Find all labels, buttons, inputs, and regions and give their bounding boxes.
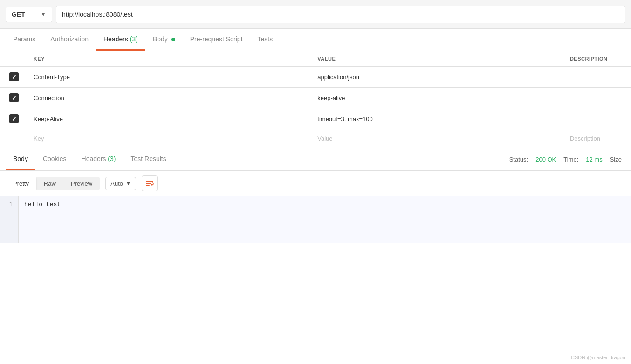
tab-tests[interactable]: Tests (250, 29, 281, 51)
request-tabs: Params Authorization Headers (3) Body Pr… (0, 29, 631, 51)
svg-rect-0 (146, 181, 153, 182)
url-input[interactable] (56, 6, 625, 23)
line-number-1: 1 (6, 201, 13, 208)
wrap-button[interactable] (142, 175, 158, 191)
row3-key[interactable]: Keep-Alive (28, 108, 312, 129)
tab-body[interactable]: Body (145, 29, 183, 51)
row1-value[interactable]: application/json (312, 67, 564, 88)
col-header-value: VALUE (312, 51, 564, 67)
row2-checkbox[interactable]: ✓ (9, 93, 19, 102)
method-label: GET (12, 11, 25, 18)
col-header-key: KEY (28, 51, 312, 67)
tab-params[interactable]: Params (6, 29, 43, 51)
svg-rect-2 (146, 185, 150, 186)
row3-value[interactable]: timeout=3, max=100 (312, 108, 564, 129)
tab-response-cookies[interactable]: Cookies (35, 148, 74, 170)
row2-description[interactable] (564, 88, 631, 108)
table-row-placeholder: Key Value Description (0, 129, 631, 148)
status-value: 200 OK (535, 156, 556, 163)
row1-description[interactable] (564, 67, 631, 88)
tab-authorization[interactable]: Authorization (43, 29, 96, 51)
placeholder-value[interactable]: Value (312, 129, 564, 148)
code-area: 1 hello test (0, 196, 631, 243)
col-header-checkbox (0, 51, 28, 67)
table-row: ✓ Content-Type application/json (0, 67, 631, 88)
row3-checkbox[interactable]: ✓ (9, 114, 19, 123)
auto-select[interactable]: Auto ▼ (105, 177, 136, 190)
row2-checkbox-cell: ✓ (6, 93, 22, 102)
headers-section: KEY VALUE DESCRIPTION ✓ Content-Type app… (0, 51, 631, 148)
tab-body-dot (171, 38, 175, 41)
row1-checkbox-cell: ✓ (6, 72, 22, 81)
format-btn-pretty[interactable]: Pretty (6, 177, 36, 190)
code-content[interactable]: hello test (19, 196, 631, 243)
row2-value[interactable]: keep-alive (312, 88, 564, 108)
format-btn-group: Pretty Raw Preview (6, 177, 100, 190)
auto-label: Auto (110, 180, 123, 187)
row2-key[interactable]: Connection (28, 88, 312, 108)
tab-pre-request-script[interactable]: Pre-request Script (183, 29, 250, 51)
tab-body-label: Body (153, 35, 168, 43)
response-status-bar: Status: 200 OK Time: 12 ms Size (509, 156, 625, 163)
table-row: ✓ Keep-Alive timeout=3, max=100 (0, 108, 631, 129)
response-section: Body Cookies Headers (3) Test Results St… (0, 148, 631, 243)
placeholder-key[interactable]: Key (28, 129, 312, 148)
col-header-description: DESCRIPTION (564, 51, 631, 67)
time-value: 12 ms (586, 156, 602, 163)
tab-test-results[interactable]: Test Results (123, 148, 173, 170)
row3-checkmark: ✓ (12, 115, 17, 122)
row1-checkmark: ✓ (12, 74, 17, 81)
placeholder-description[interactable]: Description (564, 129, 631, 148)
line-numbers: 1 (0, 196, 19, 243)
format-btn-preview[interactable]: Preview (63, 177, 100, 190)
url-bar: GET ▼ (0, 0, 631, 29)
tab-response-headers-label: Headers (82, 155, 106, 162)
row3-checkbox-cell: ✓ (6, 114, 22, 123)
tab-response-headers-badge: (3) (108, 155, 116, 162)
response-tabs: Body Cookies Headers (3) Test Results St… (0, 148, 631, 171)
tab-response-body[interactable]: Body (6, 148, 35, 170)
svg-rect-1 (146, 183, 151, 184)
row2-checkmark: ✓ (12, 94, 17, 101)
headers-table: KEY VALUE DESCRIPTION ✓ Content-Type app… (0, 51, 631, 148)
tab-headers[interactable]: Headers (3) (96, 29, 145, 51)
method-select[interactable]: GET ▼ (6, 7, 52, 22)
table-row: ✓ Connection keep-alive (0, 88, 631, 108)
size-label: Size (610, 156, 622, 163)
tab-headers-badge: (3) (130, 35, 138, 43)
tab-headers-label: Headers (103, 35, 128, 43)
wrap-icon (145, 179, 154, 188)
tab-response-headers[interactable]: Headers (3) (74, 148, 123, 170)
time-label: Time: (563, 156, 578, 163)
body-toolbar: Pretty Raw Preview Auto ▼ (0, 171, 631, 196)
row1-key[interactable]: Content-Type (28, 67, 312, 88)
row3-description[interactable] (564, 108, 631, 129)
method-chevron: ▼ (41, 11, 46, 18)
format-btn-raw[interactable]: Raw (36, 177, 63, 190)
auto-chevron: ▼ (126, 181, 131, 186)
status-label: Status: (509, 156, 528, 163)
row1-checkbox[interactable]: ✓ (9, 72, 19, 81)
